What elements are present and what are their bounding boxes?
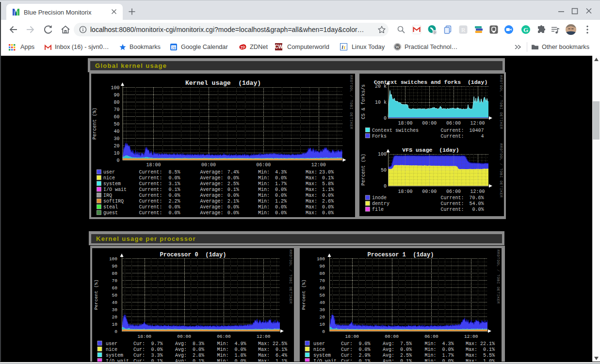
svg-text:0.1%: 0.1% bbox=[151, 359, 162, 362]
svg-text:4.3%: 4.3% bbox=[442, 341, 454, 347]
svg-text:2.1%: 2.1% bbox=[227, 199, 239, 204]
svg-text:Max:: Max: bbox=[306, 181, 317, 187]
svg-text:20: 20 bbox=[114, 143, 119, 149]
svg-text:Cur:: Cur: bbox=[133, 347, 145, 352]
svg-text:0.0%: 0.0% bbox=[322, 210, 334, 216]
svg-text:00:00: 00:00 bbox=[422, 121, 437, 126]
svg-text:Current:: Current: bbox=[139, 170, 162, 175]
svg-text:Avg:: Avg: bbox=[383, 359, 394, 362]
svg-text:0.0%: 0.0% bbox=[227, 193, 239, 198]
svg-text:Average:: Average: bbox=[200, 199, 224, 204]
svg-text:0.0%: 0.0% bbox=[151, 347, 162, 352]
svg-text:Avg:: Avg: bbox=[383, 347, 394, 352]
svg-text:0.1%: 0.1% bbox=[322, 175, 334, 181]
svg-text:10: 10 bbox=[320, 322, 325, 327]
svg-text:0: 0 bbox=[384, 184, 387, 189]
svg-text:RRDTOOL / TOBI OETIKER: RRDTOOL / TOBI OETIKER bbox=[499, 75, 503, 129]
svg-text:Current:: Current: bbox=[139, 210, 162, 216]
svg-text:Current:: Current: bbox=[441, 134, 464, 139]
svg-text:Average:: Average: bbox=[200, 175, 224, 181]
svg-text:Current:: Current: bbox=[441, 207, 464, 212]
svg-text:1.1%: 1.1% bbox=[276, 359, 287, 362]
svg-text:100: 100 bbox=[109, 256, 117, 262]
svg-text:Cur:: Cur: bbox=[341, 341, 353, 347]
svg-text:Forks: Forks bbox=[372, 134, 387, 139]
svg-text:0.0%: 0.0% bbox=[275, 210, 287, 216]
svg-text:inode: inode bbox=[372, 195, 387, 201]
svg-text:80: 80 bbox=[114, 100, 119, 105]
svg-text:70: 70 bbox=[320, 278, 325, 284]
svg-text:Context switches and forks (1: Context switches and forks (1day) bbox=[374, 79, 488, 85]
svg-text:Average:: Average: bbox=[200, 210, 224, 216]
svg-text:Kernel usage (1day): Kernel usage (1day) bbox=[185, 79, 261, 87]
svg-text:4: 4 bbox=[481, 134, 484, 139]
svg-text:0.1%: 0.1% bbox=[483, 347, 495, 352]
svg-text:Cur:: Cur: bbox=[341, 347, 353, 352]
svg-text:1.7%: 1.7% bbox=[442, 353, 454, 358]
svg-text:0.0%: 0.0% bbox=[322, 193, 334, 198]
svg-text:Avg:: Avg: bbox=[175, 353, 187, 358]
svg-text:0.0%: 0.0% bbox=[442, 347, 454, 352]
svg-text:CS & forks/s: CS & forks/s bbox=[361, 84, 366, 119]
svg-text:Avg:: Avg: bbox=[175, 347, 187, 352]
svg-text:I/O wait: I/O wait bbox=[103, 187, 127, 192]
svg-text:0.0%: 0.0% bbox=[234, 347, 246, 352]
svg-text:0.0%: 0.0% bbox=[275, 187, 287, 192]
svg-text:nice: nice bbox=[106, 347, 117, 352]
svg-text:Percent (%): Percent (%) bbox=[92, 108, 97, 140]
svg-text:10407: 10407 bbox=[469, 128, 484, 133]
svg-text:Min:: Min: bbox=[425, 347, 437, 352]
svg-text:12:00: 12:00 bbox=[470, 121, 485, 126]
svg-text:Current:: Current: bbox=[441, 195, 464, 201]
svg-text:system: system bbox=[103, 181, 121, 187]
svg-text:22.5%: 22.5% bbox=[273, 341, 287, 347]
svg-text:12:00: 12:00 bbox=[257, 334, 271, 339]
svg-text:54.0%: 54.0% bbox=[469, 201, 484, 206]
svg-text:2.8%: 2.8% bbox=[193, 353, 204, 358]
svg-text:4.9%: 4.9% bbox=[234, 341, 246, 347]
svg-text:CW: CW bbox=[275, 44, 282, 49]
svg-text:6.4%: 6.4% bbox=[276, 353, 287, 358]
svg-text:18:00: 18:00 bbox=[398, 189, 412, 194]
svg-text:user: user bbox=[103, 170, 115, 175]
svg-text:0.0%: 0.0% bbox=[275, 205, 287, 210]
svg-text:G: G bbox=[523, 26, 528, 33]
svg-text:VFS usage (1day): VFS usage (1day) bbox=[402, 147, 459, 153]
svg-text:Current:: Current: bbox=[139, 175, 162, 181]
svg-text:100: 100 bbox=[317, 256, 325, 262]
svg-text:30: 30 bbox=[114, 136, 119, 142]
svg-text:Current:: Current: bbox=[139, 199, 162, 204]
svg-text:12:00: 12:00 bbox=[470, 189, 485, 194]
svg-text:00:00: 00:00 bbox=[177, 334, 191, 339]
svg-text:3.1%: 3.1% bbox=[168, 181, 180, 187]
svg-text:5.8%: 5.8% bbox=[322, 181, 334, 187]
svg-text:Min:: Min: bbox=[217, 341, 229, 347]
svg-text:Min:: Min: bbox=[258, 170, 270, 175]
svg-text:0.1%: 0.1% bbox=[168, 187, 180, 192]
svg-text:Cur:: Cur: bbox=[133, 341, 145, 347]
svg-text:0.0%: 0.0% bbox=[227, 205, 239, 210]
svg-text:Min:: Min: bbox=[258, 205, 270, 210]
svg-text:90: 90 bbox=[112, 264, 118, 269]
svg-text:40: 40 bbox=[112, 300, 118, 305]
svg-text:softIRQ: softIRQ bbox=[103, 199, 124, 204]
svg-text:00:00: 00:00 bbox=[201, 162, 216, 168]
svg-text:30: 30 bbox=[112, 307, 118, 313]
svg-text:Avg:: Avg: bbox=[175, 359, 187, 362]
svg-text:Min:: Min: bbox=[425, 353, 437, 358]
svg-text:system: system bbox=[313, 353, 331, 358]
svg-text:100: 100 bbox=[111, 85, 119, 91]
svg-text:Cur:: Cur: bbox=[341, 359, 353, 362]
svg-text:dentry: dentry bbox=[372, 201, 389, 206]
svg-text:Max:: Max: bbox=[306, 210, 317, 216]
svg-text:Context switches: Context switches bbox=[372, 128, 419, 133]
svg-text:18:00: 18:00 bbox=[146, 162, 161, 168]
svg-text:28: 28 bbox=[172, 46, 176, 49]
svg-text:9.0%: 9.0% bbox=[358, 341, 370, 347]
svg-text:0.0%: 0.0% bbox=[322, 205, 334, 210]
svg-text:Max:: Max: bbox=[306, 175, 317, 181]
svg-text:50: 50 bbox=[112, 293, 118, 298]
svg-text:2.2%: 2.2% bbox=[168, 199, 180, 204]
svg-text:Max:: Max: bbox=[466, 347, 477, 352]
svg-text:8.3%: 8.3% bbox=[193, 341, 204, 347]
